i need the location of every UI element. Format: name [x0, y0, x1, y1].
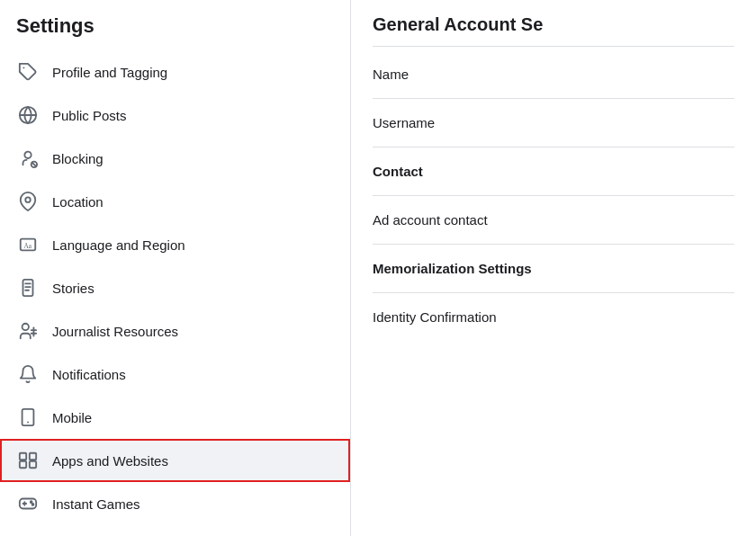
- sidebar-item-label: Profile and Tagging: [52, 65, 167, 80]
- stories-icon: [16, 276, 40, 299]
- block-icon: [16, 147, 40, 170]
- svg-rect-19: [20, 453, 26, 460]
- svg-line-4: [32, 163, 37, 167]
- sidebar-item-apps-websites[interactable]: Apps and Websites: [0, 439, 350, 482]
- journalist-icon: [16, 319, 40, 343]
- sidebar-item-instant-games[interactable]: Instant Games: [0, 482, 350, 525]
- right-item-ad-account-contact[interactable]: Ad account contact: [373, 196, 734, 245]
- svg-point-27: [32, 504, 34, 505]
- apps-icon: [16, 449, 40, 472]
- right-item-identity-confirmation[interactable]: Identity Confirmation: [373, 293, 734, 341]
- sidebar-item-profile-tagging[interactable]: Profile and Tagging: [0, 50, 350, 94]
- sidebar-title: Settings: [0, 0, 350, 50]
- svg-point-26: [31, 501, 32, 503]
- right-panel-divider: [373, 46, 734, 47]
- sidebar-item-label: Location: [52, 194, 104, 210]
- sidebar-item-label: Apps and Websites: [52, 453, 168, 469]
- sidebar-item-label: Language and Region: [52, 237, 185, 253]
- right-item-username[interactable]: Username: [373, 99, 734, 147]
- games-icon: [16, 492, 40, 515]
- sidebar-item-label: Instant Games: [52, 496, 140, 512]
- right-item-contact[interactable]: Contact: [373, 147, 734, 196]
- sidebar-item-public-posts[interactable]: Public Posts: [0, 94, 350, 137]
- sidebar-item-journalist-resources[interactable]: Journalist Resources: [0, 309, 350, 353]
- sidebar-item-label: Blocking: [52, 151, 104, 166]
- sidebar-item-language-region[interactable]: AaLanguage and Region: [0, 223, 350, 266]
- mobile-icon: [16, 406, 40, 429]
- svg-rect-22: [30, 461, 36, 468]
- tag-icon: [16, 60, 40, 84]
- right-panel-title: General Account Se: [373, 0, 734, 42]
- right-item-name[interactable]: Name: [373, 50, 734, 99]
- sidebar-item-blocking[interactable]: Blocking: [0, 137, 350, 180]
- sidebar-item-stories[interactable]: Stories: [0, 266, 350, 309]
- sidebar-item-notifications[interactable]: Notifications: [0, 353, 350, 396]
- svg-point-3: [24, 152, 31, 158]
- sidebar-item-label: Mobile: [52, 410, 92, 425]
- svg-rect-20: [30, 453, 36, 460]
- right-item-memorialization[interactable]: Memorialization Settings: [373, 245, 734, 293]
- sidebar-item-label: Journalist Resources: [52, 324, 178, 339]
- svg-point-6: [25, 197, 31, 202]
- svg-point-13: [22, 324, 29, 330]
- sidebar-item-label: Public Posts: [52, 108, 127, 123]
- globe-icon: [16, 103, 40, 127]
- sidebar-item-mobile[interactable]: Mobile: [0, 396, 350, 439]
- language-icon: Aa: [16, 233, 40, 256]
- sidebar: Settings Profile and TaggingPublic Posts…: [0, 0, 351, 536]
- location-icon: [16, 190, 40, 213]
- sidebar-item-label: Stories: [52, 281, 94, 296]
- notifications-icon: [16, 362, 40, 386]
- right-panel: General Account Se NameUsernameContactAd…: [351, 0, 756, 536]
- svg-rect-21: [20, 461, 26, 468]
- sidebar-item-location[interactable]: Location: [0, 180, 350, 223]
- sidebar-item-label: Notifications: [52, 367, 126, 382]
- svg-text:Aa: Aa: [23, 242, 32, 250]
